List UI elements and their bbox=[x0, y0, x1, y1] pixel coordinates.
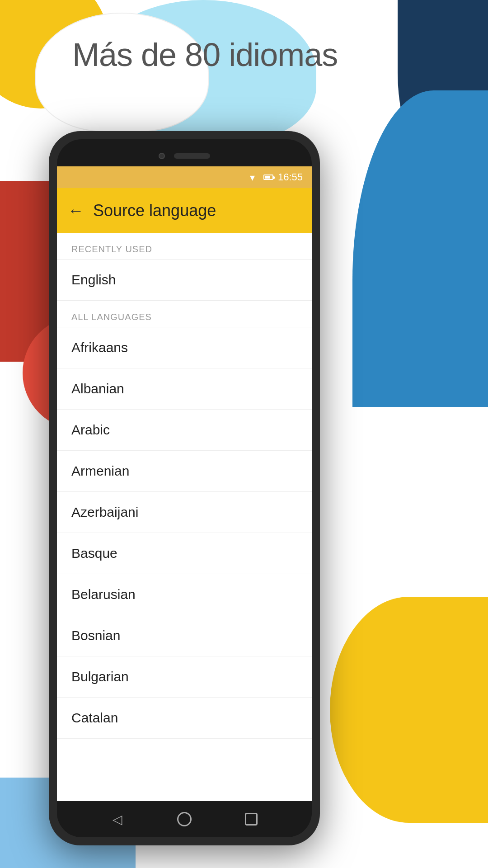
nav-home-button[interactable] bbox=[176, 811, 192, 827]
status-bar: 16:55 bbox=[57, 166, 312, 188]
list-item-catalan[interactable]: Catalan bbox=[57, 698, 312, 739]
phone-nav-bar: ◁ bbox=[57, 801, 312, 837]
list-item-basque[interactable]: Basque bbox=[57, 533, 312, 574]
list-item-bosnian[interactable]: Bosnian bbox=[57, 615, 312, 656]
speaker-grill bbox=[174, 153, 210, 159]
battery-icon bbox=[263, 175, 273, 180]
camera-dot bbox=[159, 153, 165, 159]
background-tagline: Más de 80 idiomas bbox=[72, 36, 338, 73]
back-button[interactable]: ← bbox=[68, 203, 84, 219]
bg-blue-right bbox=[352, 90, 488, 407]
back-icon[interactable]: ◁ bbox=[113, 812, 122, 827]
list-item-albanian[interactable]: Albanian bbox=[57, 368, 312, 410]
language-list: RECENTLY USED English ALL LANGUAGES Afri… bbox=[57, 233, 312, 801]
app-bar: ← Source language bbox=[57, 188, 312, 233]
section-header-recently-used: RECENTLY USED bbox=[57, 233, 312, 259]
home-icon[interactable] bbox=[177, 812, 192, 826]
battery-fill bbox=[265, 176, 270, 179]
bg-yellow-bottom-right bbox=[330, 597, 488, 823]
nav-recents-button[interactable] bbox=[243, 811, 259, 827]
list-item-bulgarian[interactable]: Bulgarian bbox=[57, 656, 312, 698]
list-item-afrikaans[interactable]: Afrikaans bbox=[57, 327, 312, 368]
recents-icon[interactable] bbox=[245, 813, 258, 826]
list-item-english[interactable]: English bbox=[57, 259, 312, 301]
phone-inner: 16:55 ← Source language RECENTLY USED En… bbox=[57, 139, 312, 837]
phone-screen: 16:55 ← Source language RECENTLY USED En… bbox=[57, 166, 312, 801]
page-title: Source language bbox=[93, 201, 216, 220]
status-time: 16:55 bbox=[278, 171, 303, 183]
list-item-armenian[interactable]: Armenian bbox=[57, 451, 312, 492]
list-item-arabic[interactable]: Arabic bbox=[57, 410, 312, 451]
phone-frame: 16:55 ← Source language RECENTLY USED En… bbox=[49, 131, 320, 845]
section-header-all-languages: ALL LANGUAGES bbox=[57, 301, 312, 327]
wifi-icon bbox=[249, 174, 259, 181]
list-item-belarusian[interactable]: Belarusian bbox=[57, 574, 312, 615]
nav-back-button[interactable]: ◁ bbox=[109, 811, 126, 827]
list-item-azerbaijani[interactable]: Azerbaijani bbox=[57, 492, 312, 533]
phone-camera-area bbox=[144, 149, 225, 163]
